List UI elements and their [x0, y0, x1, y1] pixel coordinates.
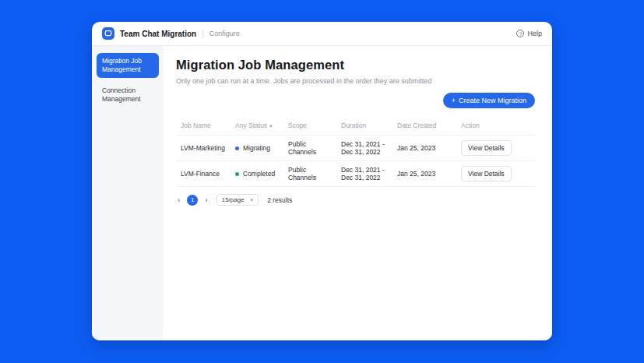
next-page-button[interactable]: › — [203, 196, 209, 204]
results-count: 2 results — [267, 196, 292, 204]
page-size-label: 15/page — [222, 196, 245, 203]
status-cell: Completed — [231, 167, 283, 181]
migration-jobs-table: Job Name Any Status▾ Scope Duration Date… — [176, 117, 535, 187]
status-dot — [235, 146, 239, 150]
column-job-name: Job Name — [176, 117, 231, 135]
top-bar: Team Chat Migration | Configure ? Help — [92, 22, 552, 46]
status-dot — [235, 172, 239, 176]
job-name-cell: LVM-Marketing — [176, 141, 231, 155]
create-new-migration-button[interactable]: + Create New Migration — [443, 93, 535, 108]
app-title: Team Chat Migration — [120, 30, 196, 38]
previous-page-button[interactable]: ‹ — [176, 196, 181, 204]
plus-icon: + — [452, 97, 456, 104]
status-label: Migrating — [243, 144, 270, 152]
chevron-down-icon: ▾ — [269, 123, 273, 129]
help-button[interactable]: ? Help — [516, 30, 542, 37]
column-scope: Scope — [283, 117, 336, 135]
date-created-cell: Jan 25, 2023 — [392, 167, 456, 181]
pagination: ‹ 1 › 15/page ▾ 2 results — [176, 194, 535, 206]
app-logo-icon — [102, 27, 114, 40]
page-title: Migration Job Management — [176, 58, 535, 72]
table-row: LVM-Marketing Migrating Public Channels … — [176, 136, 535, 161]
column-action: Action — [456, 117, 535, 135]
duration-cell: Dec 31, 2021 - Dec 31, 2022 — [336, 137, 392, 159]
sidebar-item-connection-management[interactable]: Connection Management — [97, 83, 159, 107]
job-name-cell: LVM-Finance — [176, 167, 231, 181]
column-date-created: Date Created — [392, 117, 456, 135]
status-filter-dropdown[interactable]: Any Status▾ — [231, 117, 283, 135]
nav-configure[interactable]: Configure — [209, 30, 240, 37]
date-created-cell: Jan 25, 2023 — [392, 141, 456, 155]
status-cell: Migrating — [231, 141, 283, 155]
scope-cell: Public Channels — [283, 163, 336, 185]
page-size-dropdown[interactable]: 15/page ▾ — [216, 194, 259, 206]
title-divider: | — [202, 30, 204, 38]
column-duration: Duration — [336, 117, 392, 135]
page-subtitle: Only one job can run at a time. Jobs are… — [176, 77, 535, 85]
main-content: Migration Job Management Only one job ca… — [164, 46, 552, 340]
view-details-button[interactable]: View Details — [461, 140, 512, 156]
sidebar: Migration Job Management Connection Mana… — [92, 46, 164, 340]
scope-cell: Public Channels — [283, 137, 336, 159]
table-row: LVM-Finance Completed Public Channels De… — [176, 161, 535, 187]
help-label: Help — [527, 30, 542, 37]
view-details-button[interactable]: View Details — [461, 166, 512, 182]
duration-cell: Dec 31, 2021 - Dec 31, 2022 — [336, 163, 392, 185]
chevron-down-icon: ▾ — [251, 197, 254, 203]
status-filter-label: Any Status — [235, 122, 267, 129]
status-label: Completed — [243, 170, 275, 178]
help-icon: ? — [516, 30, 524, 37]
sidebar-item-migration-job-management[interactable]: Migration Job Management — [97, 53, 159, 78]
page-number-button[interactable]: 1 — [187, 195, 198, 206]
create-new-migration-label: Create New Migration — [459, 97, 526, 104]
table-header-row: Job Name Any Status▾ Scope Duration Date… — [176, 117, 535, 136]
app-window: Team Chat Migration | Configure ? Help M… — [92, 22, 552, 340]
